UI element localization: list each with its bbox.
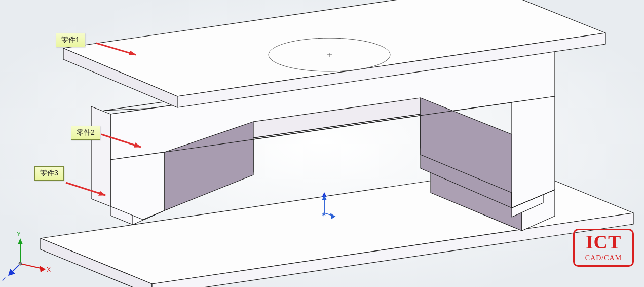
triad-z-label: Z (2, 276, 6, 283)
callout-part3[interactable]: 零件3 (34, 166, 64, 181)
callout-part1[interactable]: 零件1 (56, 33, 85, 47)
watermark-small: CAD/CAM (578, 254, 629, 262)
watermark-badge: ICT CAD/CAM (573, 229, 634, 267)
callout-part2-label: 零件2 (77, 128, 95, 136)
triad-y-label: Y (17, 231, 21, 238)
callout-part3-label: 零件3 (40, 169, 58, 177)
cad-viewport[interactable]: ✶ Y X Z 零件1 零件2 零件3 ICT CAD/CAM (0, 0, 644, 287)
callout-part2[interactable]: 零件2 (71, 126, 100, 140)
watermark-big: ICT (575, 232, 632, 253)
svg-point-55 (19, 262, 22, 265)
svg-marker-31 (110, 152, 165, 220)
svg-marker-32 (512, 96, 555, 208)
callout-part1-label: 零件1 (61, 35, 80, 44)
model-svg: ✶ Y X Z (0, 0, 644, 287)
svg-text:✶: ✶ (321, 211, 326, 218)
triad-x-label: X (47, 266, 51, 273)
